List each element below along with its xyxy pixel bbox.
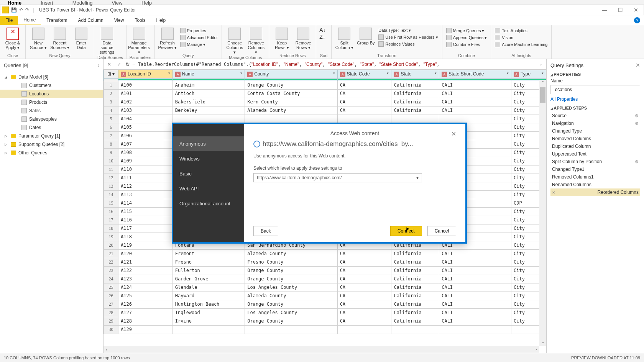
vision-button[interactable]: Vision — [494, 34, 548, 41]
table-row[interactable]: 26A125HaywardAlameda CountyCACaliforniaC… — [104, 292, 546, 300]
dialog-close-icon[interactable]: ✕ — [451, 130, 456, 138]
table-row[interactable]: 4A103BerkeleyAlameda CountyCACaliforniaC… — [104, 106, 546, 115]
sort-asc-button[interactable]: A↓ — [319, 27, 325, 33]
step-source[interactable]: Source⚙ — [550, 112, 640, 120]
formula-cancel-icon[interactable]: ✕ — [106, 61, 113, 68]
table-row[interactable]: 24A123Garden GroveOrange CountyCACalifor… — [104, 275, 546, 283]
auth-option-windows[interactable]: Windows — [173, 151, 244, 166]
column-header-name[interactable]: AName▾ — [172, 70, 245, 79]
column-header-state-short-code[interactable]: AState Short Code▾ — [439, 70, 511, 79]
table-row[interactable]: 5A104City — [104, 115, 546, 123]
auth-option-anonymous[interactable]: Anonymous — [173, 136, 244, 151]
table-row[interactable]: 2A101AntiochContra Costa CountyCACalifor… — [104, 89, 546, 98]
group-by-button[interactable]: Group By — [356, 27, 375, 45]
tab-transform[interactable]: Transform — [41, 16, 72, 25]
column-header-location-id[interactable]: ALocation ID▾ — [118, 70, 173, 79]
close-apply-button[interactable]: ✕Close & Apply ▾ — [3, 27, 22, 50]
table-row[interactable]: 1A100AnaheimOrange CountyCACaliforniaCAL… — [104, 81, 546, 89]
folder-data-model-[interactable]: ◢Data Model [6] — [0, 73, 103, 81]
refresh-preview-button[interactable]: Refresh Preview ▾ — [158, 27, 177, 50]
formula-text[interactable]: = Table.ReorderColumns(#"Renamed Columns… — [132, 62, 536, 67]
split-column-button[interactable]: Split Column ▾ — [335, 27, 354, 50]
azure-ml-button[interactable]: Azure Machine Learning — [494, 41, 548, 48]
data-source-settings-button[interactable]: Data source settings — [97, 27, 117, 54]
enter-data-button[interactable]: Enter Data — [72, 27, 91, 50]
step-removed-columns[interactable]: Removed Columns — [550, 135, 640, 143]
folder-other-queries[interactable]: ▷Other Queries — [0, 149, 103, 157]
step-removed-columns1[interactable]: Removed Columns1 — [550, 173, 640, 181]
merge-queries-button[interactable]: Merge Queries ▾ — [445, 28, 488, 34]
query-item-locations[interactable]: Locations — [0, 90, 103, 98]
maximize-button[interactable]: ☐ — [618, 7, 623, 13]
table-row[interactable]: 21A120FremontAlameda CountyCACaliforniaC… — [104, 249, 546, 258]
step-changed-type1[interactable]: Changed Type1 — [550, 165, 640, 173]
auth-option-organizational-account[interactable]: Organizational account — [173, 196, 244, 211]
new-source-button[interactable]: New Source ▾ — [29, 27, 48, 50]
column-header-state-code[interactable]: AState Code▾ — [337, 70, 391, 79]
tab-help[interactable]: Help — [151, 16, 171, 25]
table-row[interactable]: 3A102BakersfieldKern CountyCACaliforniaC… — [104, 98, 546, 106]
advanced-editor-button[interactable]: Advanced Editor — [179, 34, 219, 41]
replace-values-button[interactable]: Replace Values — [378, 41, 439, 47]
table-row[interactable]: 23A122FullertonOrange CountyCACalifornia… — [104, 266, 546, 275]
tab-tools[interactable]: Tools — [129, 16, 151, 25]
close-settings-icon[interactable]: ✕ — [636, 62, 640, 68]
table-row[interactable]: 29A128IrvineOrange CountyCACaliforniaCAL… — [104, 317, 546, 325]
table-row[interactable]: 22A121FresnoFresno CountyCACaliforniaCAL… — [104, 258, 546, 266]
table-row[interactable]: 28A127InglewoodLos Angeles CountyCACalif… — [104, 308, 546, 317]
query-name-input[interactable] — [550, 85, 640, 94]
tab-home[interactable]: Home — [18, 15, 41, 25]
text-analytics-button[interactable]: Text Analytics — [494, 28, 548, 34]
minimize-button[interactable]: — — [602, 7, 607, 13]
column-header-state[interactable]: AState▾ — [391, 70, 439, 79]
remove-rows-button[interactable]: Remove Rows ▾ — [294, 27, 313, 50]
formula-expand-icon[interactable]: ⌄ — [539, 62, 542, 66]
back-button[interactable]: Back — [253, 226, 278, 236]
step-uppercased-text[interactable]: Uppercased Text — [550, 150, 640, 158]
sort-desc-button[interactable]: Z↓ — [319, 34, 325, 40]
collapse-panel-icon[interactable]: ‹ — [97, 62, 99, 68]
qat-save-icon[interactable]: 💾 — [11, 7, 17, 13]
step-reordered-columns[interactable]: Reordered Columns — [550, 188, 640, 196]
query-item-salespeoples[interactable]: Salespeoples — [0, 115, 103, 123]
query-item-dates[interactable]: Dates — [0, 123, 103, 132]
step-duplicated-column[interactable]: Duplicated Column — [550, 143, 640, 150]
query-item-customers[interactable]: Customers — [0, 81, 103, 90]
table-row[interactable]: 25A124GlendaleLos Angeles CountyCACalifo… — [104, 283, 546, 292]
keep-rows-button[interactable]: Keep Rows ▾ — [272, 27, 291, 50]
qat-undo-icon[interactable]: ↶ — [19, 7, 23, 13]
formula-commit-icon[interactable]: ✓ — [116, 61, 123, 68]
tab-view[interactable]: View — [109, 16, 130, 25]
table-row[interactable]: 27A126Huntington BeachOrange CountyCACal… — [104, 300, 546, 308]
table-corner[interactable]: ⊞ ▾ — [104, 70, 118, 79]
auth-option-basic[interactable]: Basic — [173, 166, 244, 181]
level-select-dropdown[interactable]: https://www.california-demographics.com/… — [253, 173, 422, 182]
fx-icon[interactable]: fx — [126, 62, 129, 67]
manage-query-button[interactable]: Manage ▾ — [179, 41, 219, 48]
recent-sources-button[interactable]: Recent Sources ▾ — [50, 27, 69, 50]
column-header-type[interactable]: AType▾ — [511, 70, 546, 79]
remove-columns-button[interactable]: Remove Columns ▾ — [246, 27, 266, 54]
first-row-headers-button[interactable]: Use First Row as Headers ▾ — [378, 34, 439, 40]
query-item-sales[interactable]: Sales — [0, 106, 103, 115]
column-header-county[interactable]: ACounty▾ — [245, 70, 337, 79]
help-icon[interactable]: ? — [634, 17, 640, 23]
step-renamed-columns[interactable]: Renamed Columns — [550, 181, 640, 188]
folder-parameter-query-[interactable]: ▷Parameter Query [1] — [0, 132, 103, 140]
horizontal-scrollbar[interactable]: ‹› — [104, 346, 539, 353]
connect-button[interactable]: Connect ➤ — [390, 226, 422, 236]
manage-parameters-button[interactable]: Manage Parameters ▾ — [130, 27, 149, 54]
auth-option-web-api[interactable]: Web API — [173, 181, 244, 196]
properties-button[interactable]: Properties — [179, 28, 219, 34]
choose-columns-button[interactable]: Choose Columns ▾ — [225, 27, 244, 54]
close-button[interactable]: ✕ — [634, 7, 638, 13]
cancel-button[interactable]: Cancel — [427, 226, 456, 236]
table-row[interactable]: 30A129 — [104, 325, 546, 334]
step-split-column-by-position[interactable]: Split Column by Position⚙ — [550, 158, 640, 165]
tab-add-column[interactable]: Add Column — [73, 16, 109, 25]
vertical-scrollbar[interactable]: ⌃⌄ — [539, 80, 546, 346]
step-navigation[interactable]: Navigation⚙ — [550, 120, 640, 127]
query-item-products[interactable]: Products — [0, 98, 103, 106]
data-type-button[interactable]: Data Type: Text ▾ — [378, 28, 439, 33]
step-changed-type[interactable]: Changed Type — [550, 127, 640, 135]
